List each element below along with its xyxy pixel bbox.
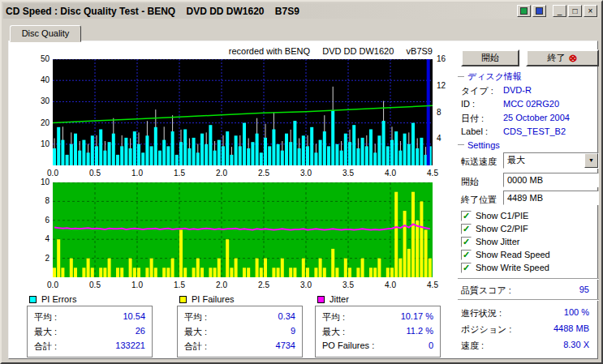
- axis-tick-label: 8: [28, 196, 50, 205]
- checkbox-icon[interactable]: ✓: [461, 263, 472, 273]
- disc-id-label: ID :: [461, 99, 475, 109]
- axis-tick-label: 4: [28, 234, 50, 243]
- checkbox-icon[interactable]: ✓: [461, 250, 472, 260]
- checkbox-show-c2-pif[interactable]: ✓ Show C2/PIF: [461, 223, 528, 234]
- maximize-icon: □: [572, 7, 577, 15]
- axis-tick-label: 4.5: [423, 169, 442, 178]
- maximize-button[interactable]: □: [568, 5, 582, 17]
- checkbox-show-write-speed[interactable]: ✓ Show Write Speed: [461, 262, 549, 273]
- axis-tick-label: 1.0: [127, 280, 147, 289]
- section-dash: [458, 76, 464, 78]
- disc-quality-page: recorded with BENQ DVD DD DW1620 vB7S9 5…: [8, 41, 598, 359]
- axis-tick-label: 16: [437, 54, 454, 63]
- axis-tick-label: 2: [28, 254, 50, 263]
- axis-tick-label: 40: [28, 75, 50, 84]
- position-value: 4488 MB: [528, 323, 589, 333]
- end-position-field[interactable]: 4489 MB: [503, 191, 599, 205]
- disc-label-value: CDS_TEST_B2: [503, 126, 566, 136]
- axis-tick-label: 1.5: [170, 280, 189, 289]
- axis-tick-label: 4.0: [381, 169, 400, 178]
- jitter-color-swatch: [317, 296, 325, 303]
- pi-failures-stats-box: 平均 :0.34 最大 :9 合計 :4734: [177, 306, 303, 358]
- titlebar[interactable]: CD Speed : Disc Quality Test - BENQ DVD …: [3, 3, 600, 19]
- axis-tick-label: 0.5: [85, 169, 105, 178]
- disc-date-label: 日付 :: [461, 113, 484, 125]
- pi-failures-jitter-chart: [53, 182, 433, 277]
- exit-button[interactable]: 終了 ⊗: [526, 49, 599, 66]
- pi-errors-legend: PI Errors: [29, 294, 76, 304]
- disc-label-label: Label :: [461, 126, 488, 136]
- separator: [458, 278, 599, 280]
- disc-id-value: MCC 02RG20: [503, 99, 559, 109]
- close-button[interactable]: ×: [584, 5, 597, 17]
- checkbox-icon[interactable]: ✓: [461, 237, 472, 247]
- pi-failures-color-swatch: [179, 296, 187, 303]
- jitter-legend: Jitter: [317, 294, 349, 304]
- axis-tick-label: 8: [437, 108, 454, 117]
- transfer-speed-dropdown[interactable]: 最大 ▼: [503, 152, 599, 169]
- axis-tick-label: 4.5: [423, 280, 442, 289]
- transfer-speed-value: 最大: [504, 153, 584, 168]
- checkbox-icon[interactable]: ✓: [461, 211, 472, 221]
- tab-disc-quality[interactable]: Disc Quality: [10, 25, 81, 42]
- pi-errors-chart: [53, 59, 433, 165]
- disc-date-value: 25 October 2004: [503, 113, 570, 122]
- axis-tick-label: 0.5: [85, 280, 105, 289]
- speed-value: 8.30 X: [528, 340, 589, 349]
- axis-tick-label: 2.5: [254, 280, 274, 289]
- disc-icon: [536, 7, 543, 15]
- window-title: CD Speed : Disc Quality Test - BENQ DVD …: [6, 6, 517, 17]
- axis-tick-label: 20: [28, 118, 50, 127]
- axis-tick-label: 3.5: [338, 169, 358, 178]
- minimize-icon: _: [558, 7, 562, 15]
- progress-label: 進行状況 :: [461, 307, 502, 319]
- checkbox-show-read-speed[interactable]: ✓ Show Read Speed: [461, 249, 550, 260]
- axis-tick-label: 6: [28, 216, 50, 225]
- axis-tick-label: 4.0: [381, 280, 400, 289]
- axis-tick-label: 2.5: [254, 169, 274, 178]
- speed-label: 速度 :: [461, 340, 484, 352]
- axis-tick-label: 30: [28, 96, 50, 105]
- axis-tick-label: 0.0: [43, 280, 62, 289]
- exit-cross-icon: ⊗: [569, 53, 578, 63]
- pi-errors-color-swatch: [29, 296, 37, 303]
- quality-score-label: 品質スコア :: [461, 285, 511, 297]
- section-dash: [458, 144, 464, 146]
- pi-errors-stats-box: 平均 :10.54 最大 :26 合計 :133221: [27, 306, 153, 358]
- start-position-label: 開始: [461, 176, 479, 188]
- document-icon: [520, 7, 528, 15]
- settings-header: Settings: [458, 140, 500, 150]
- jitter-stats-box: 平均 :10.17 % 最大 :11.2 % PO Failures :0: [315, 306, 441, 358]
- disc-type-value: DVD-R: [503, 85, 532, 95]
- end-position-label: 終了位置: [461, 194, 497, 206]
- close-icon: ×: [588, 7, 593, 15]
- quality-score-value: 95: [528, 285, 589, 294]
- axis-tick-label: 1.0: [127, 169, 147, 178]
- axis-tick-label: 12: [437, 81, 454, 90]
- axis-tick-label: 3.0: [296, 280, 316, 289]
- minimize-button[interactable]: _: [553, 5, 566, 17]
- axis-tick-label: 3.5: [338, 280, 358, 289]
- checkbox-show-c1-pie[interactable]: ✓ Show C1/PIE: [461, 210, 528, 221]
- chevron-down-icon[interactable]: ▼: [584, 153, 598, 168]
- axis-tick-label: 2.0: [212, 169, 231, 178]
- start-button[interactable]: 開始: [461, 49, 519, 66]
- axis-tick-label: 10: [28, 139, 50, 148]
- disc-info-header: ディスク情報: [458, 71, 522, 83]
- axis-tick-label: 50: [28, 54, 50, 63]
- checkbox-icon[interactable]: ✓: [461, 224, 472, 234]
- axis-tick-label: 2.0: [212, 280, 231, 289]
- axis-tick-label: 3.0: [296, 169, 316, 178]
- start-position-field[interactable]: 0000 MB: [503, 173, 599, 187]
- titlebar-document-button[interactable]: [517, 5, 531, 17]
- checkbox-show-jitter[interactable]: ✓ Show Jitter: [461, 236, 519, 247]
- recorded-with-label: recorded with BENQ DVD DD DW1620 vB7S9: [189, 46, 433, 56]
- axis-tick-label: 10: [28, 178, 50, 186]
- separator: [458, 299, 599, 301]
- transfer-speed-label: 転送速度: [461, 156, 497, 168]
- position-label: ポジション :: [461, 323, 511, 336]
- disc-type-label: タイプ :: [461, 85, 493, 97]
- progress-value: 100 %: [528, 307, 589, 317]
- titlebar-disc-button[interactable]: [532, 5, 546, 17]
- axis-tick-label: 1.5: [170, 169, 189, 178]
